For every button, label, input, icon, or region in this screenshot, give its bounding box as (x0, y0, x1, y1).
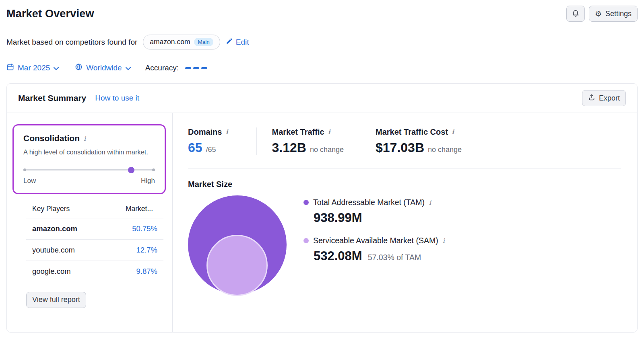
date-filter[interactable]: Mar 2025 (6, 63, 59, 73)
page-title: Market Overview (6, 8, 94, 20)
page-header: Market Overview ⚙ Settings (6, 3, 638, 22)
settings-button[interactable]: ⚙ Settings (589, 6, 638, 22)
slider-end-low (23, 168, 26, 171)
info-icon[interactable]: i (84, 135, 86, 142)
right-column: Domains i 65 /65 Market Traffic i (173, 113, 637, 333)
card-header: Market Summary How to use it Export (7, 84, 637, 113)
filter-row: Mar 2025 Worldwide Accuracy: (6, 63, 638, 73)
consolidation-description: A high level of consolidation within mar… (23, 147, 152, 157)
key-players-header: Key Players Market... (26, 205, 163, 218)
market-domain-pill: amazon.com Main (143, 35, 220, 49)
stat-market-traffic-cost: Market Traffic Cost i $17.03B no change (360, 127, 478, 155)
player-share[interactable]: 9.87% (136, 267, 157, 276)
chevron-down-icon (126, 64, 131, 72)
domains-value: 65 (188, 140, 202, 155)
view-full-report-button[interactable]: View full report (26, 292, 86, 308)
table-row: amazon.com 50.75% (26, 218, 163, 240)
market-domain: amazon.com (150, 38, 190, 46)
consolidation-slider (23, 167, 155, 173)
table-row: youtube.com 12.7% (26, 240, 163, 261)
sam-label: Serviceable Available Market (SAM) (313, 236, 438, 245)
notifications-button[interactable] (566, 6, 585, 22)
sam-legend-item: Serviceable Available Market (SAM) i (303, 236, 445, 245)
tam-value: 938.99M (314, 211, 362, 225)
sam-circle (206, 235, 268, 296)
player-domain: amazon.com (32, 224, 77, 233)
market-summary-card: Market Summary How to use it Export Cons… (6, 83, 638, 333)
tam-dot-icon (303, 200, 309, 205)
market-overview-page: Market Overview ⚙ Settings Market based … (0, 0, 644, 333)
market-traffic-label: Market Traffic (272, 127, 324, 137)
market-traffic-cost-value: $17.03B (376, 140, 424, 155)
slider-thumb[interactable] (128, 167, 134, 173)
consolidation-title: Consolidation (23, 133, 80, 143)
domains-total: /65 (206, 146, 216, 154)
key-players-col-header: Key Players (32, 205, 70, 213)
card-title: Market Summary (18, 93, 86, 103)
market-selector-prefix: Market based on competitors found for (6, 38, 137, 47)
header-actions: ⚙ Settings (566, 6, 638, 22)
market-size-title: Market Size (188, 180, 621, 189)
stat-market-traffic: Market Traffic i 3.12B no change (256, 127, 360, 155)
export-icon (588, 94, 595, 103)
tam-legend-item: Total Addressable Market (TAM) i (303, 198, 445, 207)
market-size-venn-chart (188, 195, 287, 297)
stats-row: Domains i 65 /65 Market Traffic i (188, 127, 621, 155)
main-badge: Main (194, 38, 213, 46)
pencil-icon (226, 37, 233, 47)
sam-percent-of-tam: 57.03% of TAM (368, 253, 421, 262)
market-traffic-value: 3.12B (272, 140, 306, 155)
market-traffic-change: no change (310, 146, 344, 154)
gear-icon: ⚙ (595, 10, 602, 18)
table-row: google.com 9.87% (26, 261, 163, 282)
divider (188, 168, 621, 168)
slider-low-label: Low (23, 177, 36, 185)
region-filter-label: Worldwide (86, 64, 122, 72)
accuracy-label: Accuracy: (145, 64, 179, 72)
market-size-legend: Total Addressable Market (TAM) i 938.99M… (303, 195, 445, 297)
edit-label: Edit (236, 38, 249, 47)
info-icon[interactable]: i (328, 128, 330, 136)
market-share-col-header: Market... (126, 205, 153, 213)
stat-domains: Domains i 65 /65 (188, 127, 256, 155)
market-traffic-cost-change: no change (428, 146, 462, 154)
settings-label: Settings (605, 10, 632, 18)
edit-link[interactable]: Edit (226, 37, 249, 47)
market-selector-row: Market based on competitors found for am… (6, 35, 638, 49)
info-icon[interactable]: i (225, 128, 228, 136)
key-players-table: Key Players Market... amazon.com 50.75% … (26, 205, 163, 282)
market-size-section: Total Addressable Market (TAM) i 938.99M… (188, 195, 621, 297)
player-domain: youtube.com (32, 246, 75, 255)
calendar-icon (6, 63, 14, 73)
card-body: Consolidation i A high level of consolid… (7, 113, 637, 333)
info-icon[interactable]: i (443, 237, 445, 244)
player-share[interactable]: 50.75% (132, 224, 157, 233)
slider-end-high (152, 168, 155, 171)
region-filter[interactable]: Worldwide (75, 63, 130, 73)
player-share[interactable]: 12.7% (136, 246, 157, 255)
export-button[interactable]: Export (582, 90, 626, 106)
consolidation-highlight-box: Consolidation i A high level of consolid… (12, 124, 166, 194)
tam-label: Total Addressable Market (TAM) (313, 198, 425, 207)
accuracy-indicator: Accuracy: (145, 64, 207, 72)
market-traffic-cost-label: Market Traffic Cost (376, 127, 448, 137)
export-label: Export (599, 94, 620, 103)
left-column: Consolidation i A high level of consolid… (7, 113, 173, 333)
domains-label: Domains (188, 127, 222, 137)
slider-high-label: High (141, 177, 155, 185)
accuracy-bars-icon (185, 67, 207, 69)
date-filter-label: Mar 2025 (18, 64, 50, 72)
bell-icon (572, 9, 580, 19)
sam-dot-icon (303, 238, 309, 243)
chevron-down-icon (54, 64, 59, 72)
info-icon[interactable]: i (429, 199, 431, 206)
player-domain: google.com (32, 267, 71, 276)
sam-value: 532.08M (314, 249, 362, 263)
how-to-use-link[interactable]: How to use it (95, 94, 139, 103)
globe-icon (75, 63, 83, 73)
info-icon[interactable]: i (452, 128, 454, 136)
